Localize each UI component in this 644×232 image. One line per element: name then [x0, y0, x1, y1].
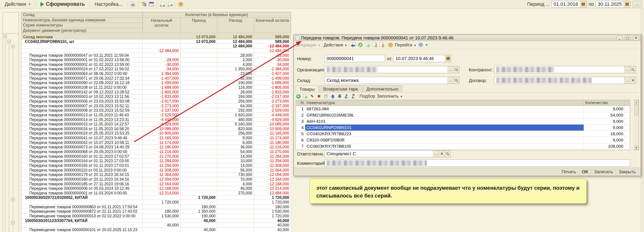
report-row[interactable]: Перемещение товаров 00000000101 от 20.02…: [21, 228, 291, 232]
magnifier-icon[interactable]: [454, 66, 459, 73]
date-input[interactable]: 10.07.2023 9:46:46: [394, 55, 451, 62]
item-row[interactable]: 1687263.0849,000: [296, 106, 630, 112]
main-vertical-scrollbar[interactable]: [641, 9, 644, 232]
help-icon[interactable]: ?: [178, 1, 184, 7]
goto-menu-button[interactable]: Перейти ▼: [395, 42, 417, 48]
item-row[interactable]: 4CC0402JRNPO9BN1019,000: [296, 125, 630, 131]
items-scrollbar[interactable]: ▲ ▼: [634, 100, 639, 150]
report-row[interactable]: Передача товаров 00000000068 от 20.09.20…: [21, 150, 291, 154]
doc-out-icon[interactable]: [379, 42, 385, 48]
magnifier-icon[interactable]: [630, 66, 636, 73]
maximize-button[interactable]: ▢: [625, 36, 631, 40]
item-quantity[interactable]: 9,000: [584, 125, 625, 131]
move-down-icon[interactable]: [337, 94, 342, 99]
report-row[interactable]: Передача товаров 00000000007 от 23.03.20…: [21, 104, 291, 108]
refresh-icon[interactable]: [418, 42, 424, 48]
item-nomenclature[interactable]: CC0603KRX7R7BB105: [305, 143, 584, 149]
item-nomenclature[interactable]: 687263.084: [305, 106, 584, 112]
report-row[interactable]: Передача товаров 00000000016 от 11.05.20…: [21, 127, 291, 131]
report-row[interactable]: Передача товаров 00000000179 от 20.11.20…: [21, 172, 291, 177]
item-quantity[interactable]: 9,000: [584, 118, 625, 124]
report-row[interactable]: Передача товаров 00000000160 от 01.11.20…: [21, 154, 291, 159]
report-row[interactable]: Передача товаров 00000000024 от 25.05.20…: [21, 131, 291, 136]
report-row[interactable]: Передача товаров 00000000073 от 24.08.20…: [21, 145, 291, 150]
report-chart-icon[interactable]: [130, 1, 136, 7]
report-row[interactable]: Передача товаров 00000000015 от 11.05.20…: [21, 122, 291, 127]
item-nomenclature[interactable]: A6H-4101: [305, 118, 584, 124]
export-icon[interactable]: [159, 1, 166, 7]
help-icon[interactable]: ?: [388, 42, 393, 48]
collapse-group-icon[interactable]: –: [7, 40, 11, 43]
save-button[interactable]: Записать: [592, 169, 616, 175]
comment-input[interactable]: [324, 160, 630, 167]
item-row[interactable]: 7CC0603KRX7R7BB105108,000: [296, 143, 630, 150]
scroll-down-icon[interactable]: ▼: [634, 146, 639, 150]
table-settings-icon[interactable]: [148, 1, 154, 7]
scroll-thumb[interactable]: [634, 105, 638, 115]
select-ellipsis-button[interactable]: ...: [433, 150, 439, 157]
dialog-actions-menu-button[interactable]: Действия ▼: [324, 42, 348, 48]
report-row[interactable]: Передача товаров 00000000001 от 01.02.20…: [21, 58, 291, 62]
fill-menu-button[interactable]: Заполнить ▼: [377, 94, 403, 99]
item-quantity[interactable]: 108,000: [584, 143, 625, 149]
report-row[interactable]: Передача товаров 00000000142 от 09.12.20…: [21, 90, 291, 95]
clear-x-icon[interactable]: ✕: [439, 150, 444, 157]
item-nomenclature[interactable]: C8320-05BFDSB0R: [305, 137, 584, 143]
clear-x-icon[interactable]: ✕: [630, 77, 636, 84]
item-row[interactable]: 5CC0402KRX7R7BB22318,000: [296, 131, 630, 137]
close-button[interactable]: Закрыть: [616, 169, 638, 175]
report-row[interactable]: Передача товаров 00000000001 от 11.03.20…: [21, 191, 291, 196]
report-row[interactable]: Передача товаров 00000000090 от 22.08.20…: [21, 80, 291, 85]
minimize-button[interactable]: _: [616, 36, 622, 40]
doc-in-icon[interactable]: [372, 42, 378, 48]
report-row[interactable]: Передача товаров 00000000071 от 29.06.20…: [21, 76, 291, 81]
report-row[interactable]: Передача товаров 00000000185 от 27.11.20…: [21, 182, 291, 186]
report-row[interactable]: Передача товаров 00000000180 от 20.11.20…: [21, 177, 291, 182]
collapse-group-icon[interactable]: –: [4, 35, 7, 38]
period-to-input[interactable]: 30.11.2025: [596, 1, 630, 7]
select-ellipsis-button[interactable]: ...: [624, 77, 630, 84]
magnifier-icon[interactable]: [454, 77, 459, 84]
sort-asc-icon[interactable]: АЯ↓: [344, 94, 349, 99]
generate-button[interactable]: Сформировать: [38, 0, 87, 8]
actions-menu-button[interactable]: Действия▼: [2, 0, 34, 8]
report-row[interactable]: Передача товаров 00000000164 от 01.11.20…: [21, 159, 291, 163]
contract-input[interactable]: ... ✕: [494, 77, 636, 84]
ok-button[interactable]: OK: [579, 169, 592, 175]
print-button[interactable]: Печать: [559, 169, 579, 175]
report-row[interactable]: Передача товаров 00000000014 от 11.05.20…: [21, 117, 291, 122]
pick-button[interactable]: Подбор: [360, 94, 375, 99]
sort-desc-icon[interactable]: ЯА↓: [351, 94, 356, 99]
copy-document-icon[interactable]: [365, 42, 370, 48]
save-close-icon[interactable]: [350, 42, 356, 48]
move-up-icon[interactable]: [330, 94, 336, 99]
report-row[interactable]: Передача товаров 00000000006 от 05.03.20…: [21, 186, 291, 191]
organization-input[interactable]: ...: [324, 66, 460, 73]
tab-dopolnitelno[interactable]: Дополнительно: [363, 85, 402, 92]
warehouse-input[interactable]: Склад монтажа ...: [324, 77, 460, 84]
report-row[interactable]: Передача товаров 00000000064 от 08.06.20…: [21, 71, 291, 76]
report-row[interactable]: Перемещение товаров 00000000013 от 02.02…: [21, 214, 291, 219]
collapse-group-icon[interactable]: –: [11, 198, 15, 201]
item-nomenclature[interactable]: CC0402KRX7R7BB223: [305, 131, 584, 137]
contractor-input[interactable]: ...: [494, 66, 636, 73]
report-row[interactable]: Передача товаров 00000000002 от 01.02.20…: [21, 62, 291, 67]
report-row[interactable]: Передача товаров 00000000006 от 23.03.20…: [21, 99, 291, 104]
close-button[interactable]: ✕: [633, 36, 639, 40]
item-quantity[interactable]: 9,000: [584, 150, 625, 150]
item-quantity[interactable]: 54,000: [584, 112, 625, 118]
add-row-icon[interactable]: +: [296, 94, 301, 99]
report-row[interactable]: Передача товаров 00000000042 от 10.07.20…: [21, 140, 291, 145]
report-row[interactable]: Передача товаров 00000000110 от 03.11.20…: [21, 168, 291, 173]
delete-row-icon[interactable]: ✖: [316, 94, 322, 99]
report-row[interactable]: Передача товаров 00000000008 от 23.03.20…: [21, 108, 291, 113]
report-row[interactable]: Передача товаров 00000000041 от 10.07.20…: [21, 136, 291, 140]
period-from-input[interactable]: 01.01.2018: [552, 1, 587, 7]
item-row[interactable]: 3A6H-41019,000: [296, 118, 630, 125]
filter-icon[interactable]: [141, 1, 147, 7]
chevron-down-icon[interactable]: ▼: [425, 43, 428, 47]
report-row[interactable]: Передача товаров 00000000024 от 17.03.20…: [21, 67, 291, 71]
select-ellipsis-button[interactable]: ...: [448, 77, 454, 84]
item-nomenclature[interactable]: GRM21BR60J226ME39L: [305, 112, 584, 118]
item-quantity[interactable]: 9,000: [584, 137, 625, 143]
